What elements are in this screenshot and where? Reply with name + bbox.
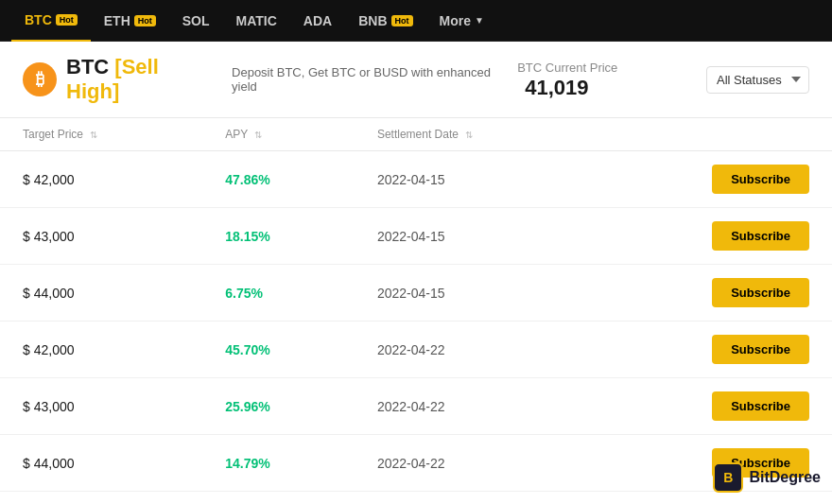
chevron-down-icon: ▼ (475, 15, 484, 26)
hot-badge-btc: Hot (56, 14, 78, 26)
bitdegree-logo-text: BitDegree (749, 469, 821, 486)
table-row: $ 43,000 18.15% 2022-04-15 Subscribe (0, 208, 832, 265)
col-action (592, 118, 832, 151)
nav-item-ada[interactable]: ADA (290, 0, 345, 42)
cell-action-6: Subscribe (592, 492, 832, 505)
nav-item-bnb[interactable]: BNB Hot (345, 0, 425, 42)
subscribe-button-2[interactable]: Subscribe (712, 278, 809, 307)
subscription-table-container: Target Price ⇅ APY ⇅ Settlement Date ⇅ $… (0, 118, 832, 504)
table-row: $ 42,000 47.86% 2022-04-15 Subscribe (0, 151, 832, 208)
cell-apy-6: 8.34% (202, 492, 355, 505)
cell-apy-2: 6.75% (202, 265, 355, 322)
cell-settlement-1: 2022-04-15 (355, 208, 592, 265)
col-settlement-date: Settlement Date ⇅ (355, 118, 592, 151)
nav-label-more: More (440, 13, 471, 28)
btc-coin-icon: ₿ (23, 62, 57, 96)
cell-apy-4: 25.96% (202, 378, 355, 435)
table-row: $ 44,000 6.75% 2022-04-15 Subscribe (0, 265, 832, 322)
nav-label-sol: SOL (182, 13, 210, 28)
nav-item-matic[interactable]: MATIC (223, 0, 290, 42)
col-target-price: Target Price ⇅ (0, 118, 202, 151)
cell-settlement-4: 2022-04-22 (355, 378, 592, 435)
table-row: $ 42,000 45.70% 2022-04-22 Subscribe (0, 322, 832, 378)
footer-logo: B BitDegree (713, 462, 821, 493)
status-filter-select[interactable]: All Statuses Subscribing Settled Running (706, 66, 809, 94)
cell-target-price-1: $ 43,000 (0, 208, 202, 265)
nav-label-btc: BTC (25, 12, 52, 27)
cell-action-4: Subscribe (592, 378, 832, 435)
cell-target-price-3: $ 42,000 (0, 322, 202, 378)
nav-item-btc[interactable]: BTC Hot (11, 0, 91, 42)
sort-icon-settlement[interactable]: ⇅ (465, 130, 473, 140)
cell-target-price-5: $ 44,000 (0, 435, 202, 492)
subscribe-button-4[interactable]: Subscribe (712, 391, 809, 421)
col-apy: APY ⇅ (202, 118, 355, 151)
nav-item-sol[interactable]: SOL (169, 0, 223, 42)
cell-apy-0: 47.86% (202, 151, 355, 208)
hot-badge-eth: Hot (134, 15, 156, 26)
cell-target-price-6: $ 45,000 (0, 492, 202, 505)
nav-item-eth[interactable]: ETH Hot (91, 0, 169, 42)
header-description: Deposit BTC, Get BTC or BUSD with enhanc… (232, 65, 517, 94)
hot-badge-bnb: Hot (391, 15, 413, 26)
cell-action-3: Subscribe (592, 322, 832, 378)
cell-settlement-0: 2022-04-15 (355, 151, 592, 208)
table-row: $ 45,000 8.34% 2022-04-22 Subscribe (0, 492, 832, 505)
nav-item-more[interactable]: More ▼ (426, 0, 497, 42)
cell-apy-3: 45.70% (202, 322, 355, 378)
nav-label-matic: MATIC (236, 13, 277, 28)
page-header: ₿ BTC [Sell High] Deposit BTC, Get BTC o… (0, 42, 832, 118)
current-price-value: 41,019 (525, 76, 588, 99)
cell-action-0: Subscribe (592, 151, 832, 208)
sort-icon-apy[interactable]: ⇅ (254, 130, 262, 140)
nav-label-bnb: BNB (358, 13, 387, 28)
cell-apy-5: 14.79% (202, 435, 355, 492)
cell-target-price-0: $ 42,000 (0, 151, 202, 208)
subscribe-button-1[interactable]: Subscribe (712, 221, 809, 251)
sort-icon-target[interactable]: ⇅ (90, 130, 97, 140)
table-row: $ 43,000 25.96% 2022-04-22 Subscribe (0, 378, 832, 435)
nav-label-eth: ETH (104, 13, 130, 28)
page-title: BTC [Sell High] (66, 55, 217, 104)
nav-label-ada: ADA (303, 13, 332, 28)
current-price-label: BTC Current Price (517, 61, 617, 75)
current-price-container: BTC Current Price 41,019 (517, 59, 691, 100)
subscribe-button-0[interactable]: Subscribe (712, 165, 809, 194)
subscription-table: Target Price ⇅ APY ⇅ Settlement Date ⇅ $… (0, 118, 832, 504)
cell-target-price-4: $ 43,000 (0, 378, 202, 435)
cell-settlement-3: 2022-04-22 (355, 322, 592, 378)
cell-action-2: Subscribe (592, 265, 832, 322)
cell-settlement-6: 2022-04-22 (355, 492, 592, 505)
cell-settlement-2: 2022-04-15 (355, 265, 592, 322)
subscribe-button-3[interactable]: Subscribe (712, 335, 809, 364)
cell-target-price-2: $ 44,000 (0, 265, 202, 322)
cell-settlement-5: 2022-04-22 (355, 435, 592, 492)
table-header-row: Target Price ⇅ APY ⇅ Settlement Date ⇅ (0, 118, 832, 151)
bitdegree-logo-icon: B (713, 462, 743, 493)
title-prefix: BTC (66, 55, 114, 78)
cell-apy-1: 18.15% (202, 208, 355, 265)
header-right-panel: BTC Current Price 41,019 All Statuses Su… (517, 59, 809, 100)
main-nav: BTC Hot ETH Hot SOL MATIC ADA BNB Hot Mo… (0, 0, 832, 42)
cell-action-1: Subscribe (592, 208, 832, 265)
table-row: $ 44,000 14.79% 2022-04-22 Subscribe (0, 435, 832, 492)
